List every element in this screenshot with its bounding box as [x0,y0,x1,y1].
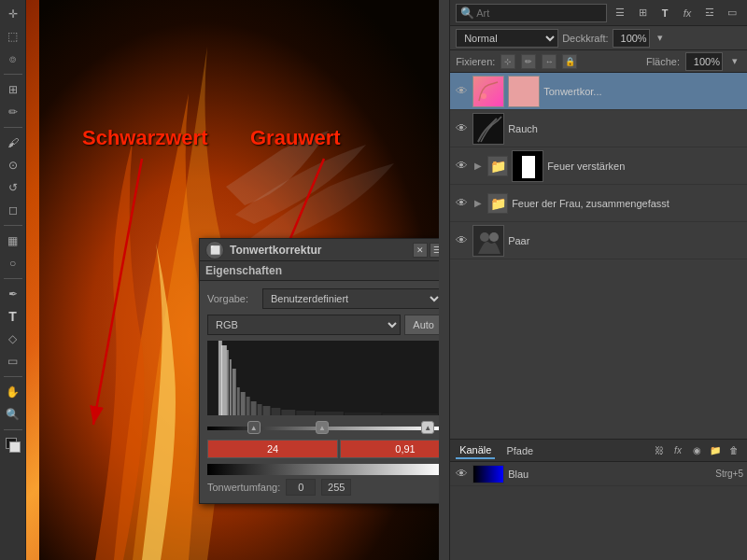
layer-eye-1[interactable]: 👁 [454,121,469,136]
layer-eye-3[interactable]: 👁 [454,196,469,211]
opacity-input[interactable] [613,29,650,48]
text-icon-btn[interactable]: T [655,4,674,22]
layer-folder-2: 📁 [487,156,508,176]
gray-value-input[interactable] [340,440,439,458]
lasso-tool[interactable]: ⌾ [3,49,23,69]
fx-btn[interactable]: fx [678,4,697,22]
shape-tool[interactable]: ▭ [3,351,23,371]
bottom-panel: Kanäle Pfade ⛓ fx ◉ 📁 🗑 👁 Blau Strg+5 [450,439,747,560]
brush-tool[interactable]: 🖌 [3,133,23,153]
gradient-tool[interactable]: ▦ [3,231,23,251]
svg-rect-6 [230,359,232,415]
panel-menu-btn[interactable]: ☰ [430,243,439,258]
foreground-color[interactable] [3,435,23,455]
flaeche-arrow[interactable]: ▾ [728,52,741,71]
history-tool[interactable]: ↺ [3,177,23,198]
layer-item-tonwertkorrektur[interactable]: 👁 Tonwertkor... [450,73,747,110]
circle-icon[interactable]: ◉ [689,443,704,458]
opacity-arrow[interactable]: ▾ [654,29,667,48]
channel-item-blau[interactable]: 👁 Blau Strg+5 [450,462,747,486]
panel-title: Tonwertkorrektur [230,244,321,257]
vorgabe-label: Vorgabe: [207,293,259,304]
layer-mask-0 [508,76,540,107]
layer-item-paar[interactable]: 👁 Paar [450,222,747,259]
panel-header: ⬜ Tonwertkorrektur ✕ ☰ [200,239,439,261]
bottom-tab-icons: ⛓ fx ◉ 📁 🗑 [652,443,741,458]
layer-item-feuer-verstaerken[interactable]: 👁 ▶ 📁 Feuer verstärken [450,147,747,185]
layer-name-3: Feuer der Frau, zusammengefasst [512,198,743,209]
path-tool[interactable]: ◇ [3,329,23,349]
channel-eye-blau[interactable]: 👁 [454,467,469,482]
layer-name-4: Paar [508,235,743,246]
eyedropper-tool[interactable]: ✏ [3,102,23,122]
toolbar-separator-5 [4,376,22,377]
channel-thumb-blau [472,465,504,483]
svg-rect-18 [345,413,382,415]
svg-rect-10 [247,397,250,415]
channel-select[interactable]: RGB [207,315,401,335]
dodge-tool[interactable]: ○ [3,253,23,273]
svg-rect-11 [251,401,257,415]
maximize-btn[interactable]: ▭ [723,4,741,22]
fix-edit-icon[interactable]: ✏ [521,54,536,69]
auto-btn[interactable]: Auto [404,315,439,335]
value-inputs [207,440,439,458]
grid-btn[interactable]: ⊞ [633,4,652,22]
fix-lock-icon[interactable]: 🔒 [562,54,577,69]
toolbar-separator-2 [4,127,22,128]
layer-name-1: Rauch [508,123,743,134]
white-slider-handle[interactable]: ▲ [421,421,434,434]
toolbar-separator-4 [4,278,22,279]
pen-tool[interactable]: ✒ [3,284,23,304]
fix-move-icon[interactable]: ↔ [542,54,557,69]
zoom-tool[interactable]: 🔍 [3,404,23,425]
layer-eye-2[interactable]: 👁 [454,159,469,174]
info-btn[interactable]: ☲ [700,4,719,22]
tonwert-max-input[interactable] [321,479,351,496]
tonwertumfang-row: Tonwertumfang: [207,479,439,496]
move-tool[interactable]: ✛ [3,4,23,24]
crop-tool[interactable]: ⊞ [3,79,23,100]
histogram [207,341,439,415]
fx-icon[interactable]: fx [670,443,685,458]
fix-position-icon[interactable]: ⊹ [500,54,515,69]
clone-tool[interactable]: ⊙ [3,155,23,175]
folder-icon[interactable]: 📁 [708,443,723,458]
black-value-input[interactable] [207,440,338,458]
filter-btn[interactable]: ☰ [611,4,629,22]
hand-tool[interactable]: ✋ [3,382,23,402]
layer-eye-4[interactable]: 👁 [454,233,469,248]
svg-rect-13 [263,406,271,415]
text-tool[interactable]: T [3,306,23,327]
layer-expand-3[interactable]: ▶ [472,198,484,209]
channel-shortcut-blau: Strg+5 [715,469,743,479]
select-tool[interactable]: ⬚ [3,26,23,47]
black-slider-handle[interactable]: ▲ [247,421,261,434]
search-input[interactable] [476,7,532,19]
layer-eye-0[interactable]: 👁 [454,84,469,99]
panel-icon: ⬜ [205,241,224,259]
layer-item-feuer-frau[interactable]: 👁 ▶ 📁 Feuer der Frau, zusammengefasst [450,185,747,222]
blend-mode-select[interactable]: Normal [456,29,558,48]
chain-icon[interactable]: ⛓ [652,443,667,458]
flaeche-input[interactable] [685,52,723,71]
layer-expand-2[interactable]: ▶ [472,161,484,172]
left-toolbar: ✛ ⬚ ⌾ ⊞ ✏ 🖌 ⊙ ↺ ◻ ▦ ○ ✒ T ◇ ▭ ✋ 🔍 [0,0,26,560]
trash-icon[interactable]: 🗑 [726,443,741,458]
channel-name-blau: Blau [508,469,712,480]
search-wrap: 🔍 [456,4,607,22]
layer-thumb-4 [472,225,504,257]
panel-title-row: ⬜ Tonwertkorrektur [205,241,321,259]
vorgabe-select[interactable]: Benutzerdefiniert [262,288,439,309]
layer-name-2: Feuer verstärken [547,161,743,172]
svg-rect-12 [258,404,262,415]
svg-rect-16 [296,411,315,415]
eraser-tool[interactable]: ◻ [3,200,23,220]
tab-kanaele[interactable]: Kanäle [456,442,495,459]
tonwert-min-input[interactable] [286,479,316,496]
gray-slider-handle[interactable]: ▲ [316,421,329,434]
tab-pfade[interactable]: Pfade [502,443,537,458]
layer-item-rauch[interactable]: 👁 Rauch [450,110,747,147]
flaeche-label: Fläche: [646,56,680,67]
panel-collapse-btn[interactable]: ✕ [413,243,428,258]
